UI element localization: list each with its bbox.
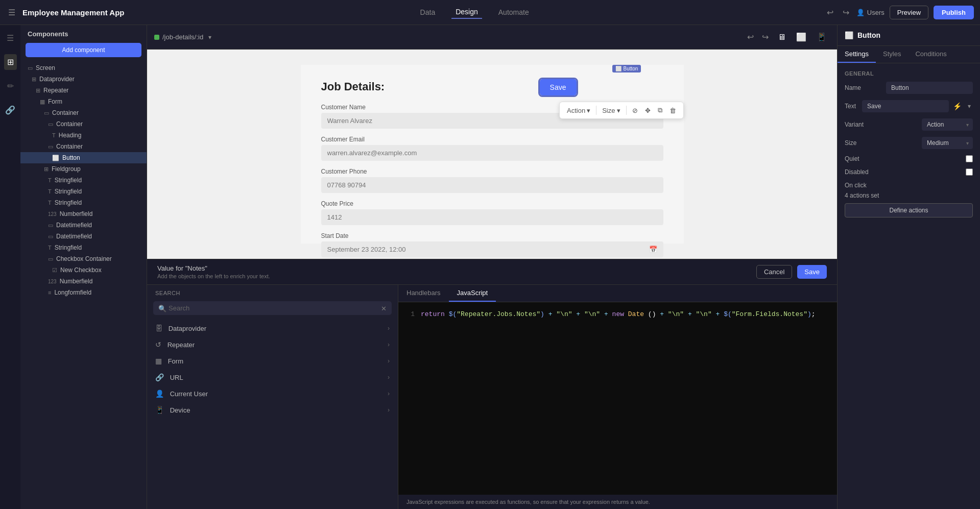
sidebar-icon-layers[interactable]: ☰ xyxy=(4,30,17,46)
add-component-button[interactable]: Add component xyxy=(26,43,141,57)
tree-item-container1[interactable]: ▭ Container xyxy=(20,107,147,118)
datetimefield2-icon: ▭ xyxy=(48,233,53,240)
tree-label-longformfield: Longformfield xyxy=(54,289,91,296)
tab-styles[interactable]: Styles xyxy=(876,46,908,63)
tab-design[interactable]: Design xyxy=(451,6,482,19)
prop-select-size[interactable]: Medium Small Large xyxy=(922,137,973,149)
sidebar-icon-components[interactable]: ⊞ xyxy=(4,54,17,70)
tree-item-stringfield4[interactable]: T Stringfield xyxy=(20,242,147,253)
tab-conditions[interactable]: Conditions xyxy=(908,46,953,63)
define-actions-button[interactable]: Define actions xyxy=(845,203,973,217)
action-dropdown-button[interactable]: Action ▾ xyxy=(564,105,593,116)
list-item-dataprovider[interactable]: 🗄 Dataprovider › xyxy=(147,320,398,336)
menu-icon[interactable]: ☰ xyxy=(6,6,17,19)
field-input-quote-price[interactable] xyxy=(321,209,663,225)
redo-icon[interactable]: ↪ xyxy=(841,6,851,19)
tree-item-datetimefield2[interactable]: ▭ Datetimefield xyxy=(20,231,147,242)
sidebar-icon-pen[interactable]: ✏ xyxy=(4,78,17,94)
field-input-customer-phone[interactable] xyxy=(321,177,663,193)
tablet-icon[interactable]: ⬜ xyxy=(793,30,809,44)
repeater-chevron-icon: › xyxy=(388,341,390,348)
tree-label-stringfield3: Stringfield xyxy=(55,199,82,206)
numberfield2-icon: 123 xyxy=(48,279,57,284)
tree-item-stringfield1[interactable]: T Stringfield xyxy=(20,175,147,186)
bottom-panel-title-group: Value for "Notes" Add the objects on the… xyxy=(157,264,270,279)
tree-item-container2[interactable]: ▭ Container xyxy=(20,118,147,130)
size-chevron-icon: ▾ xyxy=(617,107,620,114)
tab-data[interactable]: Data xyxy=(416,6,440,18)
device-list-label: Device xyxy=(170,406,190,414)
tree-label-datetimefield2: Datetimefield xyxy=(56,233,92,240)
tree-item-numberfield2[interactable]: 123 Numberfield xyxy=(20,276,147,287)
tree-item-form[interactable]: ▦ Form xyxy=(20,96,147,107)
toolbar-lock-icon[interactable]: ⊘ xyxy=(629,105,641,116)
right-sidebar-header: ⬜ Button xyxy=(838,25,980,46)
save-bottom-button[interactable]: Save xyxy=(797,265,827,279)
toolbar-delete-icon[interactable]: 🗑 xyxy=(666,105,679,116)
tab-javascript[interactable]: JavaScript xyxy=(449,285,496,302)
tab-settings[interactable]: Settings xyxy=(838,46,876,63)
tab-handlebars[interactable]: Handlebars xyxy=(398,285,449,302)
tree-item-stringfield3[interactable]: T Stringfield xyxy=(20,197,147,208)
prop-label-quiet: Quiet xyxy=(845,155,859,162)
tree-label-checkbox-container: Checkbox Container xyxy=(56,255,112,262)
sidebar-icon-link[interactable]: 🔗 xyxy=(2,102,18,118)
tree-item-checkbox-container[interactable]: ▭ Checkbox Container xyxy=(20,253,147,264)
undo-icon[interactable]: ↩ xyxy=(825,6,835,19)
flash-icon-button[interactable]: ⚡ xyxy=(951,100,964,112)
publish-button[interactable]: Publish xyxy=(934,6,974,19)
tree-item-button[interactable]: ⬜ Button xyxy=(20,152,147,163)
prop-checkbox-quiet[interactable] xyxy=(966,155,973,162)
list-item-repeater[interactable]: ↺ Repeater › xyxy=(147,336,398,353)
action-chevron-icon: ▾ xyxy=(587,107,590,114)
list-item-form[interactable]: ▦ Form › xyxy=(147,353,398,369)
search-clear-button[interactable]: ✕ xyxy=(381,304,387,312)
list-item-left-form: ▦ Form xyxy=(155,357,183,365)
list-item-url[interactable]: 🔗 URL › xyxy=(147,369,398,385)
path-dropdown-icon[interactable]: ▾ xyxy=(206,32,213,43)
mobile-icon[interactable]: 📱 xyxy=(814,30,830,44)
tree-item-stringfield2[interactable]: T Stringfield xyxy=(20,186,147,197)
tree-item-container3[interactable]: ▭ Container xyxy=(20,141,147,152)
list-item-left-cu: 👤 Current User xyxy=(155,390,208,398)
tree-item-new-checkbox[interactable]: ☑ New Checkbox xyxy=(20,264,147,276)
prop-input-text[interactable] xyxy=(862,100,949,112)
tree-item-dataprovider[interactable]: ⊞ Dataprovider xyxy=(20,74,147,85)
tree-label-datetimefield1: Datetimefield xyxy=(56,222,92,229)
actions-set-label: 4 actions set xyxy=(845,192,973,199)
text-expand-icon[interactable]: ▾ xyxy=(966,101,973,112)
tree-item-longformfield[interactable]: ≡ Longformfield xyxy=(20,287,147,298)
button-label-tag: ⬜ Button xyxy=(612,65,641,72)
redo-canvas-icon[interactable]: ↪ xyxy=(760,30,771,44)
right-sidebar-title: Button xyxy=(857,31,880,39)
search-input[interactable] xyxy=(153,301,392,315)
code-editor[interactable]: 1 return $("Repeater.Jobs.Notes") + "\n"… xyxy=(398,302,837,495)
size-dropdown-button[interactable]: Size ▾ xyxy=(599,105,623,116)
list-item-device[interactable]: 📱 Device › xyxy=(147,402,398,418)
code-line-1: 1 return $("Repeater.Jobs.Notes") + "\n"… xyxy=(407,309,829,320)
tree-item-fieldgroup[interactable]: ⊞ Fieldgroup xyxy=(20,163,147,175)
toolbar-copy-icon[interactable]: ⧉ xyxy=(655,104,665,116)
prop-input-name[interactable] xyxy=(886,82,973,94)
current-user-chevron-icon: › xyxy=(388,390,390,397)
undo-canvas-icon[interactable]: ↩ xyxy=(745,30,756,44)
tree-item-numberfield1[interactable]: 123 Numberfield xyxy=(20,208,147,220)
tree-item-datetimefield1[interactable]: ▭ Datetimefield xyxy=(20,220,147,231)
container1-icon: ▭ xyxy=(44,110,49,116)
tree-item-screen[interactable]: ▭ Screen xyxy=(20,62,147,74)
prop-checkbox-disabled[interactable] xyxy=(966,168,973,176)
tree-item-repeater[interactable]: ⊞ Repeater xyxy=(20,85,147,96)
toolbar-resize-icon[interactable]: ✥ xyxy=(642,105,654,116)
prop-row-disabled: Disabled xyxy=(845,168,973,176)
tab-automate[interactable]: Automate xyxy=(494,6,533,18)
form-field-customer-email: Customer Email xyxy=(321,136,663,161)
users-button[interactable]: 👤 Users xyxy=(856,9,885,16)
desktop-icon[interactable]: 🖥 xyxy=(775,31,789,44)
cancel-button[interactable]: Cancel xyxy=(756,265,792,279)
prop-select-variant[interactable]: Action Primary Secondary xyxy=(922,118,973,131)
tree-item-heading[interactable]: T Heading xyxy=(20,130,147,141)
preview-button[interactable]: Preview xyxy=(890,6,928,19)
save-button[interactable]: Save xyxy=(540,79,577,95)
field-input-customer-email[interactable] xyxy=(321,145,663,161)
list-item-current-user[interactable]: 👤 Current User › xyxy=(147,385,398,402)
